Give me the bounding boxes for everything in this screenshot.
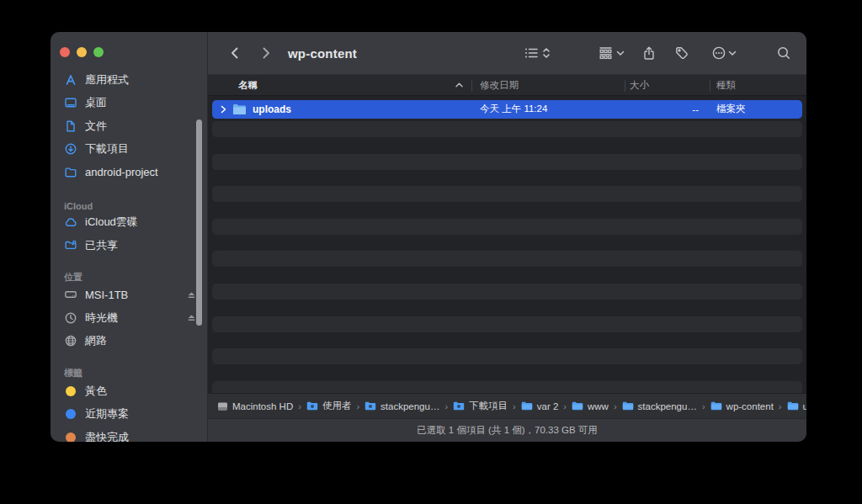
sidebar-item-tag-recent[interactable]: 近期專案 — [51, 403, 207, 427]
sidebar-item-downloads[interactable]: 下載項目 — [51, 138, 207, 162]
path-item-home[interactable]: stackpengu… — [364, 401, 439, 411]
downloads-icon — [64, 142, 77, 156]
sidebar-item-icloud-drive[interactable]: iCloud雲碟 — [51, 211, 207, 235]
traffic-lights — [60, 47, 104, 57]
folder-icon — [64, 166, 77, 179]
column-header-kind[interactable]: 種類 — [710, 75, 806, 95]
sidebar-item-documents[interactable]: 文件 — [51, 114, 207, 138]
minimize-button[interactable] — [77, 47, 87, 57]
sidebar-scrollbar[interactable] — [196, 119, 202, 326]
sidebar-item-label: 已共享 — [85, 238, 118, 253]
share-icon — [641, 45, 657, 61]
row-stripe — [212, 284, 802, 300]
sidebar-item-network[interactable]: 網路 — [51, 330, 207, 353]
close-button[interactable] — [60, 47, 70, 57]
sidebar-section-locations: 位置 — [51, 269, 207, 284]
finder-window: 應用程式 桌面 文件 下載項目 android-project iCloud — [51, 32, 806, 442]
toolbar: wp-content — [208, 32, 806, 74]
sidebar-item-time-machine[interactable]: 時光機 — [51, 306, 207, 330]
sidebar-item-tag-asap[interactable]: 盡快完成 — [51, 426, 207, 442]
cell-date: 今天 上午 11:24 — [471, 103, 625, 115]
path-item-wp-content[interactable]: wp-content — [710, 401, 774, 411]
path-item-www[interactable]: www — [572, 401, 609, 411]
sidebar-item-label: iCloud雲碟 — [85, 215, 138, 230]
group-by-chevron[interactable] — [616, 50, 625, 56]
sidebar-section-icloud: iCloud — [51, 197, 207, 211]
internal-drive-icon — [64, 288, 77, 301]
back-button[interactable] — [224, 42, 246, 64]
column-header-size[interactable]: 大小 — [625, 75, 710, 95]
table-row-uploads[interactable]: uploads 今天 上午 11:24 -- 檔案夾 — [212, 100, 802, 119]
path-item-downloads[interactable]: 下載項目 — [453, 400, 508, 412]
more-options-icon — [711, 45, 726, 61]
path-item-uploads[interactable]: uploads — [787, 401, 806, 411]
tag-dot-yellow — [66, 386, 76, 396]
shared-folder-icon — [64, 239, 77, 252]
path-item-users[interactable]: 使用者 — [306, 400, 352, 412]
sidebar-item-tag-yellow[interactable]: 黃色 — [51, 379, 207, 403]
row-stripe — [212, 348, 802, 364]
folder-icon — [232, 103, 247, 115]
path-separator: › — [779, 401, 782, 411]
list-header: 名稱 修改日期 大小 種類 — [208, 74, 806, 96]
folder-icon — [787, 401, 799, 411]
sidebar-item-android-project[interactable]: android-project — [51, 161, 207, 184]
more-options-button[interactable] — [711, 45, 726, 61]
main-area: wp-content — [208, 32, 806, 442]
column-header-name[interactable]: 名稱 — [208, 75, 471, 95]
path-separator: › — [563, 401, 567, 411]
applications-icon — [64, 73, 77, 87]
row-stripe — [212, 381, 802, 393]
folder-badge-icon — [306, 401, 318, 411]
more-options-chevron[interactable] — [728, 50, 737, 56]
chevron-down-icon — [728, 50, 737, 56]
row-stripe — [212, 316, 802, 332]
sidebar-item-label: 網路 — [85, 333, 107, 348]
chevron-down-icon — [616, 50, 625, 56]
disclosure-chevron-icon[interactable] — [221, 105, 226, 114]
tag-icon — [674, 45, 689, 61]
view-list-button[interactable] — [524, 45, 540, 61]
sidebar-nav: 應用程式 桌面 文件 下載項目 android-project iCloud — [51, 32, 207, 442]
sidebar-item-label: 文件 — [85, 119, 107, 134]
group-by-icon — [598, 45, 614, 61]
sidebar-item-applications[interactable]: 應用程式 — [51, 68, 207, 92]
folder-badge-icon — [364, 401, 376, 411]
sidebar-item-desktop[interactable]: 桌面 — [51, 92, 207, 115]
chevron-left-icon — [229, 46, 241, 60]
column-header-date[interactable]: 修改日期 — [471, 75, 625, 95]
path-separator: › — [702, 401, 705, 411]
sort-direction-button[interactable] — [541, 45, 551, 61]
group-by-button[interactable] — [598, 45, 614, 61]
tag-dot-orange — [66, 432, 76, 442]
sidebar-item-label: android-project — [85, 166, 158, 178]
path-item-stackpengu[interactable]: stackpengu… — [622, 401, 697, 411]
tag-button[interactable] — [674, 45, 689, 61]
tag-dot-blue — [66, 409, 76, 419]
folder-icon — [710, 401, 722, 411]
sidebar-section-tags: 標籤 — [51, 365, 207, 379]
share-button[interactable] — [641, 45, 657, 61]
zoom-button[interactable] — [93, 47, 104, 57]
path-item-var2[interactable]: var 2 — [521, 401, 559, 411]
list-view-icon — [524, 45, 540, 61]
desktop-icon — [64, 96, 77, 109]
row-stripe — [212, 251, 802, 267]
sidebar-item-label: MSI-1TB — [85, 289, 128, 301]
status-bar: 已選取 1 個項目 (共 1 個)，70.33 GB 可用 — [208, 418, 806, 442]
sidebar-item-shared[interactable]: 已共享 — [51, 234, 207, 257]
icloud-drive-icon — [64, 215, 77, 229]
sidebar-item-label: 應用程式 — [85, 72, 129, 88]
path-separator: › — [444, 401, 448, 411]
search-button[interactable] — [776, 45, 791, 61]
row-stripe — [212, 121, 802, 137]
row-stripe — [212, 186, 802, 202]
sidebar-item-msi-1tb[interactable]: MSI-1TB — [51, 284, 207, 307]
folder-icon — [622, 401, 634, 411]
path-separator: › — [298, 401, 301, 411]
forward-button[interactable] — [255, 42, 277, 64]
sort-ascending-icon — [455, 82, 463, 88]
sidebar-item-label: 時光機 — [85, 310, 118, 326]
path-item-macintosh-hd[interactable]: Macintosh HD — [217, 401, 293, 411]
sidebar-item-label: 近期專案 — [85, 406, 129, 422]
